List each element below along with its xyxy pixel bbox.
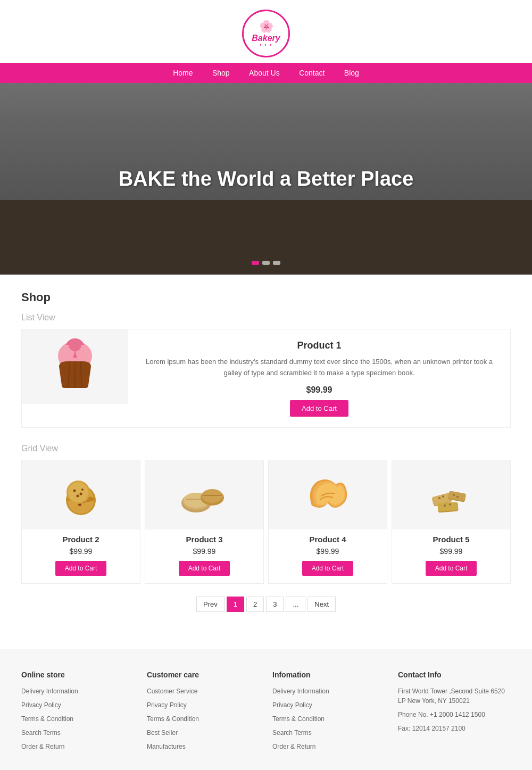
svg-point-37	[456, 496, 459, 498]
footer-manufactures[interactable]: Manufactures	[147, 742, 260, 751]
svg-point-20	[81, 489, 84, 491]
footer-address: First World Tower ,Second Suite 6520 LP …	[398, 686, 511, 706]
shop-section: Shop List View Product 1 Lorem	[0, 275, 532, 649]
logo-text: Bakery	[252, 34, 280, 43]
footer-terms-2[interactable]: Terms & Condition	[147, 714, 260, 724]
grid-product-3-price: $99.99	[269, 547, 387, 556]
footer-col-information: Infomation Delivery Information Privacy …	[272, 670, 385, 756]
hero-dot-1[interactable]	[252, 261, 259, 265]
footer-col-customer-care: Customer care Customer Service Privacy P…	[147, 670, 260, 756]
footer-delivery-info[interactable]: Delivery Information	[21, 686, 134, 696]
list-product-content: Product 1 Lorem ipsum has been the indus…	[128, 329, 510, 427]
grid-product-3-name: Product 4	[269, 535, 387, 544]
svg-point-16	[68, 482, 88, 502]
grid-view-label: Grid View	[21, 444, 511, 453]
croissant-icon	[301, 468, 354, 521]
svg-point-19	[77, 494, 79, 497]
prev-button[interactable]: Prev	[196, 597, 225, 612]
list-view-label: List View	[21, 313, 511, 322]
footer-col-3-title: Infomation	[272, 670, 385, 679]
footer-phone: Phone No. +1 2000 1412 1500	[398, 710, 511, 719]
svg-point-18	[80, 492, 82, 495]
footer-delivery-info-2[interactable]: Delivery Information	[272, 686, 385, 696]
hero-dot-3[interactable]	[273, 261, 280, 265]
cookies-icon	[54, 468, 107, 521]
shop-title: Shop	[21, 291, 511, 304]
svg-point-38	[444, 504, 446, 507]
nav-contact[interactable]: Contact	[299, 69, 325, 77]
hero-dot-2[interactable]	[262, 261, 270, 265]
grid-product-3-image	[269, 460, 387, 529]
next-button[interactable]: Next	[307, 597, 336, 612]
footer-order-return-2[interactable]: Order & Return	[272, 742, 385, 751]
grid-item-2: Product 3 $99.99 Add to Cart	[145, 460, 264, 584]
footer-order-return-1[interactable]: Order & Return	[21, 742, 134, 751]
pagination: Prev 1 2 3 ... Next	[21, 597, 511, 612]
footer-search-terms-1[interactable]: Search Terms	[21, 728, 134, 738]
footer-customer-service[interactable]: Customer Service	[147, 686, 260, 696]
footer-col-2-title: Customer care	[147, 670, 260, 679]
list-product-price: $99.99	[144, 385, 494, 395]
logo-sub: ✦ ✦ ✦	[252, 43, 280, 47]
grid-product-2-image	[145, 460, 263, 529]
grid-add-cart-1-button[interactable]: Add to Cart	[55, 561, 107, 576]
header: 🌸 Bakery ✦ ✦ ✦	[0, 0, 532, 63]
footer-grid: Online store Delivery Information Privac…	[21, 670, 511, 756]
bread-rolls-icon	[178, 468, 231, 521]
page-2-button[interactable]: 2	[246, 597, 264, 612]
page-3-button[interactable]: 3	[266, 597, 284, 612]
list-product-desc: Lorem ipsum has been the industry's stan…	[144, 357, 494, 379]
grid-product-4-image	[392, 460, 510, 529]
list-product-image	[22, 329, 128, 404]
footer-terms-1[interactable]: Terms & Condition	[21, 714, 134, 724]
nav-blog[interactable]: Blog	[344, 69, 359, 77]
grid-add-cart-4-button[interactable]: Add to Cart	[426, 561, 477, 576]
svg-point-36	[453, 494, 455, 496]
footer-col-online-store: Online store Delivery Information Privac…	[21, 670, 134, 756]
footer-search-terms-2[interactable]: Search Terms	[272, 728, 385, 738]
grid-product-2-price: $99.99	[145, 547, 263, 556]
footer-col-contact: Contact Info First World Tower ,Second S…	[398, 670, 511, 756]
page-ellipsis-button[interactable]: ...	[286, 597, 305, 612]
grid-product-4-price: $99.99	[392, 547, 510, 556]
grid-item-4: Product 5 $99.99 Add to Cart	[392, 460, 511, 584]
footer-terms-3[interactable]: Terms & Condition	[272, 714, 385, 724]
svg-point-35	[442, 495, 444, 498]
svg-point-39	[449, 503, 451, 506]
grid-add-cart-3-button[interactable]: Add to Cart	[302, 561, 354, 576]
svg-point-34	[438, 497, 440, 499]
footer-col-4-title: Contact Info	[398, 670, 511, 679]
list-view-container: Product 1 Lorem ipsum has been the indus…	[21, 329, 511, 428]
cupcake-icon	[43, 337, 107, 396]
footer-privacy-policy-3[interactable]: Privacy Policy	[272, 700, 385, 710]
hero-title: BAKE the World a Better Place	[119, 168, 414, 191]
grid-product-1-price: $99.99	[22, 547, 140, 556]
nav-shop[interactable]: Shop	[212, 69, 230, 77]
nav-home[interactable]: Home	[173, 69, 193, 77]
page-1-button[interactable]: 1	[227, 597, 244, 612]
footer-best-seller[interactable]: Best Seller	[147, 728, 260, 738]
svg-point-17	[73, 489, 76, 492]
grid-product-1-image	[22, 460, 140, 529]
footer-privacy-policy-2[interactable]: Privacy Policy	[147, 700, 260, 710]
grid-add-cart-2-button[interactable]: Add to Cart	[179, 561, 230, 576]
list-product-name: Product 1	[144, 340, 494, 351]
grid-product-1-name: Product 2	[22, 535, 140, 544]
nav-about[interactable]: About Us	[249, 69, 280, 77]
footer-col-1-title: Online store	[21, 670, 134, 679]
grid-item-1: Product 2 $99.99 Add to Cart	[21, 460, 140, 584]
svg-point-4	[69, 338, 81, 351]
list-add-to-cart-button[interactable]: Add to Cart	[290, 400, 348, 417]
grid-product-4-name: Product 5	[392, 535, 510, 544]
logo-icon: 🌸	[252, 20, 280, 34]
main-nav: Home Shop About Us Contact Blog	[0, 63, 532, 83]
hero-banner: BAKE the World a Better Place	[0, 83, 532, 275]
grid-view-container: Product 2 $99.99 Add to Cart Product 3 $	[21, 460, 511, 584]
logo[interactable]: 🌸 Bakery ✦ ✦ ✦	[242, 10, 290, 57]
biscotti-icon	[425, 468, 478, 521]
grid-product-2-name: Product 3	[145, 535, 263, 544]
grid-item-3: Product 4 $99.99 Add to Cart	[268, 460, 387, 584]
footer-fax: Fax: 12014 20157 2100	[398, 724, 511, 733]
footer-privacy-policy-1[interactable]: Privacy Policy	[21, 700, 134, 710]
footer: Online store Delivery Information Privac…	[0, 649, 532, 770]
